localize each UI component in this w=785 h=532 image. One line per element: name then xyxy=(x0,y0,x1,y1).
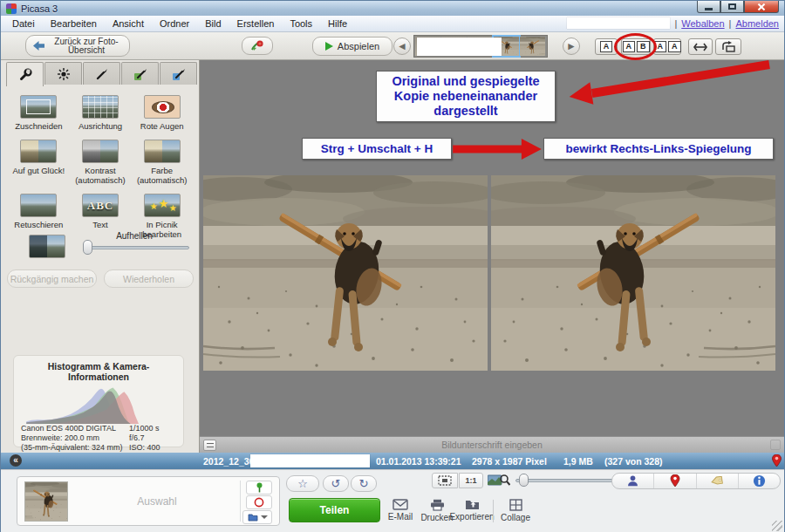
tool-im-feeling-lucky[interactable]: Auf gut Glück! xyxy=(8,140,70,185)
menu-bild[interactable]: Bild xyxy=(197,17,229,31)
menu-ansicht[interactable]: Ansicht xyxy=(105,17,152,31)
rose-tool-button[interactable] xyxy=(242,37,273,55)
caption-lock-icon xyxy=(770,440,781,450)
camera-info: Canon EOS 400D DIGITAL1/1000 s Brennweit… xyxy=(21,424,176,453)
text-tool-icon: ABC xyxy=(82,194,119,217)
menu-bar: Datei Bearbeiten Ansicht Ordner Bild Ers… xyxy=(1,16,784,32)
menu-erstellen[interactable]: Erstellen xyxy=(229,17,283,31)
back-button-label: Zurück zur Foto-Übersicht xyxy=(50,38,123,55)
menu-datei[interactable]: Datei xyxy=(4,17,43,31)
zoom-slider-thumb[interactable] xyxy=(519,474,529,487)
status-datetime: 01.01.2013 13:39:21 xyxy=(376,456,461,467)
rotate-right-button[interactable]: ↻ xyxy=(351,475,377,492)
resize-grip[interactable] xyxy=(772,521,782,531)
redacted-filename xyxy=(250,454,370,467)
tab-effects-3[interactable] xyxy=(160,62,197,85)
caption-placeholder[interactable]: Bildunterschrift eingeben xyxy=(441,440,543,450)
play-button[interactable]: Abspielen xyxy=(312,37,392,56)
menu-ordner[interactable]: Ordner xyxy=(152,17,197,31)
album-icon xyxy=(248,512,258,522)
maximize-button[interactable] xyxy=(720,1,744,13)
tool-grid: Zuschneiden Ausrichtung Rote Augen Auf g… xyxy=(8,95,193,239)
filmstrip-thumbnail[interactable] xyxy=(520,37,545,56)
back-to-overview-button[interactable]: Zurück zur Foto-Übersicht xyxy=(25,35,130,57)
export-button[interactable]: Exportieren xyxy=(453,499,491,522)
location-pin-icon xyxy=(670,474,680,488)
close-button[interactable] xyxy=(744,1,779,13)
menu-bearbeiten[interactable]: Bearbeiten xyxy=(43,17,105,31)
green-brush-icon xyxy=(133,67,147,81)
tool-straighten[interactable]: Ausrichtung xyxy=(70,95,132,131)
photo-original[interactable] xyxy=(203,175,488,371)
tab-tuning[interactable] xyxy=(44,62,82,85)
star-button[interactable]: ☆ xyxy=(286,475,319,492)
caption-icon xyxy=(207,443,214,447)
add-to-album-button[interactable] xyxy=(242,510,272,524)
redacted-thumbnails xyxy=(417,38,502,56)
collage-button[interactable]: Collage xyxy=(496,499,535,522)
clear-selection-button[interactable] xyxy=(246,495,272,509)
selection-tray: Auswahl xyxy=(17,476,280,526)
zoom-actual-size-button[interactable]: 1:1 xyxy=(459,473,483,488)
webalben-link[interactable]: Webalben xyxy=(681,18,724,29)
close-icon xyxy=(757,3,766,11)
redo-button[interactable]: Wiederholen xyxy=(104,269,194,288)
properties-button[interactable] xyxy=(739,474,780,488)
minimize-button[interactable] xyxy=(697,1,720,13)
histogram-panel: Histogramm & Kamera-Informationen Canon … xyxy=(13,355,184,447)
tool-auto-color[interactable]: Farbe (automatisch) xyxy=(131,140,193,185)
tab-effects-1[interactable] xyxy=(83,62,120,85)
histogram-chart xyxy=(24,384,173,424)
tags-button[interactable] xyxy=(697,474,739,488)
next-photo-button[interactable]: ► xyxy=(563,38,580,55)
view-single-button[interactable]: A xyxy=(595,38,618,55)
places-button[interactable] xyxy=(654,474,696,488)
abmelden-link[interactable]: Abmelden xyxy=(735,18,779,29)
back-arrow-icon xyxy=(32,40,45,51)
people-button[interactable] xyxy=(612,474,654,488)
geotag-pin-icon xyxy=(772,454,782,467)
annotation-result: bewirkt Rechts-Links-Spiegelung xyxy=(543,138,774,160)
email-button[interactable]: E-Mail xyxy=(381,499,420,522)
photo-mirrored[interactable] xyxy=(491,175,775,371)
tool-redeye[interactable]: Rote Augen xyxy=(131,95,193,131)
export-folder-icon xyxy=(465,499,480,510)
account-separator: | xyxy=(674,18,677,29)
collapse-tray-button[interactable]: « xyxy=(10,454,22,467)
zoom-photo-icon xyxy=(488,474,510,487)
flip-horizontal-button[interactable] xyxy=(688,38,713,55)
status-position: (327 von 328) xyxy=(604,456,663,467)
fill-light-slider-thumb[interactable] xyxy=(83,240,92,255)
rotate-button[interactable] xyxy=(715,38,741,55)
redacted-account-email xyxy=(567,17,670,29)
tool-crop[interactable]: Zuschneiden xyxy=(8,95,70,131)
rotate-left-button[interactable]: ↺ xyxy=(323,475,349,492)
hold-selection-button[interactable] xyxy=(246,481,272,494)
red-circle-icon xyxy=(254,497,264,508)
brightness-icon xyxy=(57,67,71,81)
tray-photo-thumbnail[interactable] xyxy=(24,481,68,522)
menu-tools[interactable]: Tools xyxy=(282,17,320,31)
fill-light-slider[interactable] xyxy=(86,246,189,249)
view-side-by-side-button[interactable]: A B xyxy=(621,38,651,55)
undo-button[interactable]: Rückgängig machen xyxy=(7,269,97,288)
wrench-icon xyxy=(18,68,32,82)
tool-auto-contrast[interactable]: Kontrast (automatisch) xyxy=(70,140,132,185)
caption-button[interactable] xyxy=(203,440,216,451)
info-button-group xyxy=(611,473,781,489)
star-icon: ☆ xyxy=(297,477,308,490)
zoom-fit-button[interactable] xyxy=(432,473,458,488)
histogram-title: Histogramm & Kamera-Informationen xyxy=(21,361,176,382)
green-pin-icon xyxy=(256,482,263,493)
tab-effects-2[interactable] xyxy=(121,62,159,85)
person-icon xyxy=(626,474,639,488)
share-button[interactable]: Teilen xyxy=(289,498,380,522)
bottom-panel: Auswahl ☆ ↺ ↻ Teilen xyxy=(1,469,784,532)
previous-photo-button[interactable]: ◄ xyxy=(393,38,411,55)
play-button-label: Abspielen xyxy=(338,41,379,51)
menu-hilfe[interactable]: Hilfe xyxy=(320,17,355,31)
view-ab-b-label: B xyxy=(637,41,650,52)
play-icon xyxy=(325,42,333,51)
view-duplicate-button[interactable]: A A xyxy=(653,38,681,55)
tab-basic-fixes[interactable] xyxy=(6,62,44,86)
